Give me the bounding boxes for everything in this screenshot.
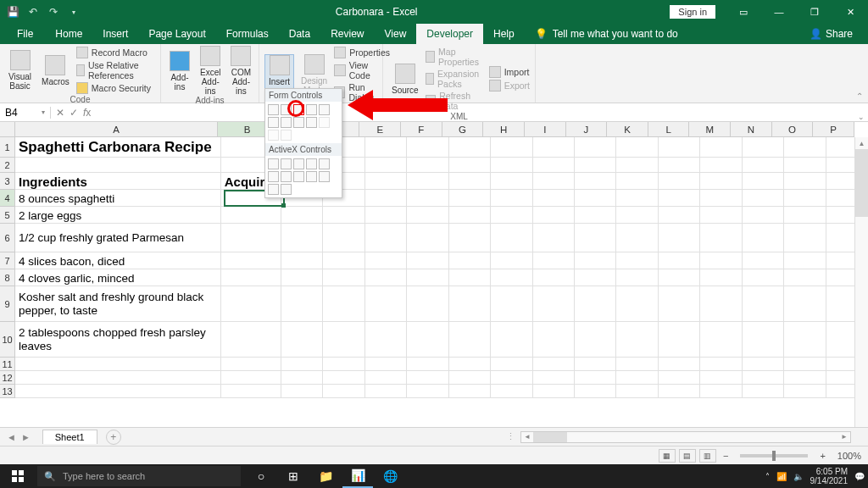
cell-A9[interactable]: Kosher salt and freshly ground black pep…	[15, 286, 221, 322]
properties-button[interactable]: Properties	[334, 46, 390, 59]
horizontal-scrollbar[interactable]: ◄ ►	[520, 431, 851, 443]
cell-K8[interactable]	[616, 269, 658, 286]
cell-E8[interactable]	[365, 269, 407, 286]
cell-C6[interactable]	[281, 224, 323, 252]
ax-option-icon[interactable]	[293, 171, 304, 182]
cell-K7[interactable]	[616, 252, 658, 269]
cell-A5[interactable]: 2 large eggs	[15, 207, 221, 224]
cell-E10[interactable]	[365, 322, 407, 358]
cell-F8[interactable]	[407, 269, 448, 286]
cell-D9[interactable]	[323, 286, 364, 322]
cell-D12[interactable]	[323, 371, 364, 385]
cell-E12[interactable]	[365, 371, 407, 385]
cell-F10[interactable]	[407, 322, 448, 358]
clock[interactable]: 6:05 PM 9/14/2021	[810, 467, 849, 485]
cell-B5[interactable]	[221, 207, 281, 224]
start-button[interactable]	[0, 464, 36, 488]
cell-N6[interactable]	[743, 224, 784, 252]
tab-developer[interactable]: Developer	[416, 24, 483, 44]
cell-O1[interactable]	[784, 137, 826, 158]
cell-I6[interactable]	[533, 224, 575, 252]
form-combo-dd-icon[interactable]	[281, 130, 292, 141]
form-label-icon[interactable]	[293, 117, 304, 128]
cell-A4[interactable]: 8 ounces spaghetti	[15, 190, 221, 207]
maximize-button[interactable]: ❐	[797, 0, 832, 24]
cell-F3[interactable]	[407, 173, 448, 190]
ribbon-options-icon[interactable]: ▭	[726, 0, 761, 24]
export-button[interactable]: Export	[489, 79, 530, 92]
col-header-K[interactable]: K	[607, 122, 648, 136]
cell-H2[interactable]	[491, 158, 532, 173]
cells-grid[interactable]: Spaghetti Carbonara RecipeIngredientsAcq…	[15, 137, 868, 444]
cell-L11[interactable]	[659, 358, 700, 371]
minimize-button[interactable]: —	[761, 0, 797, 24]
cell-L10[interactable]	[659, 322, 700, 358]
com-addins-button[interactable]: COM Add-ins	[227, 46, 254, 96]
cell-G7[interactable]	[449, 252, 491, 269]
pagebreak-view-button[interactable]: ▥	[699, 449, 716, 463]
cell-I8[interactable]	[533, 269, 575, 286]
cell-L8[interactable]	[659, 269, 700, 286]
cell-F1[interactable]	[407, 137, 448, 158]
notifications-icon[interactable]: 💬	[854, 472, 865, 481]
share-button[interactable]: 👤Share	[804, 28, 858, 40]
record-macro-button[interactable]: Record Macro	[76, 46, 155, 59]
cell-K13[interactable]	[616, 385, 658, 398]
cell-F12[interactable]	[407, 371, 448, 385]
col-header-I[interactable]: I	[525, 122, 566, 136]
cell-H7[interactable]	[491, 252, 532, 269]
cell-N13[interactable]	[743, 385, 784, 398]
cell-A2[interactable]	[15, 158, 221, 173]
cell-G8[interactable]	[449, 269, 491, 286]
hscroll-thumb[interactable]	[533, 432, 567, 442]
cell-A10[interactable]: 2 tablespoons chopped fresh parsley leav…	[15, 322, 221, 358]
cell-J3[interactable]	[575, 173, 616, 190]
cell-L7[interactable]	[659, 252, 700, 269]
visual-basic-button[interactable]: Visual Basic	[5, 50, 35, 91]
cell-E13[interactable]	[365, 385, 407, 398]
cell-G3[interactable]	[449, 173, 491, 190]
cell-K1[interactable]	[616, 137, 658, 158]
cell-M6[interactable]	[700, 224, 742, 252]
cell-A6[interactable]: 1/2 cup freshly grated Parmesan	[15, 224, 221, 252]
cell-B8[interactable]	[221, 269, 281, 286]
cell-J9[interactable]	[575, 286, 616, 322]
col-header-G[interactable]: G	[442, 122, 484, 136]
cell-K4[interactable]	[616, 190, 658, 207]
cell-H6[interactable]	[491, 224, 532, 252]
cell-J2[interactable]	[575, 158, 616, 173]
cell-B9[interactable]	[221, 286, 281, 322]
ax-scrollbar-icon[interactable]	[268, 171, 279, 182]
tellme-box[interactable]: 💡Tell me what you want to do	[525, 24, 688, 44]
cell-O7[interactable]	[784, 252, 826, 269]
cell-O6[interactable]	[784, 224, 826, 252]
row-header-6[interactable]: 6	[0, 224, 14, 252]
cell-O11[interactable]	[784, 358, 826, 371]
scroll-left-icon[interactable]: ◄	[521, 432, 533, 442]
cell-A11[interactable]	[15, 358, 221, 371]
normal-view-button[interactable]: ▦	[659, 449, 676, 463]
cell-M8[interactable]	[700, 269, 742, 286]
cell-I7[interactable]	[533, 252, 575, 269]
cell-C8[interactable]	[281, 269, 323, 286]
cell-G4[interactable]	[449, 190, 491, 207]
scroll-up-icon[interactable]: ▲	[855, 137, 868, 149]
taskview-icon[interactable]: ⊞	[278, 464, 309, 488]
cell-G9[interactable]	[449, 286, 491, 322]
add-sheet-button[interactable]: +	[106, 430, 121, 445]
form-combo-list-icon[interactable]	[268, 130, 279, 141]
cell-L3[interactable]	[659, 173, 700, 190]
macros-button[interactable]: Macros	[38, 55, 73, 86]
save-icon[interactable]: 💾	[3, 3, 22, 21]
sheet-tab-sheet1[interactable]: Sheet1	[42, 430, 97, 444]
row-header-10[interactable]: 10	[0, 322, 14, 358]
cell-I4[interactable]	[533, 190, 575, 207]
cell-H12[interactable]	[491, 371, 532, 385]
row-header-3[interactable]: 3	[0, 173, 14, 190]
tab-file[interactable]: File	[5, 24, 45, 44]
vertical-scrollbar[interactable]: ▲ ▼	[854, 137, 868, 444]
cell-J12[interactable]	[575, 371, 616, 385]
cell-J7[interactable]	[575, 252, 616, 269]
enter-formula-icon[interactable]: ✓	[70, 107, 78, 119]
cell-D5[interactable]	[323, 207, 364, 224]
